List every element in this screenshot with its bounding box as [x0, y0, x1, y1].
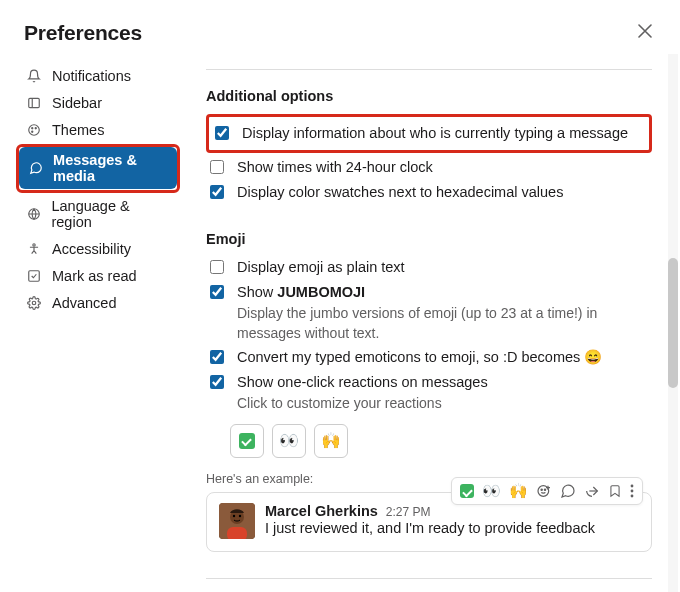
sidebar-item-notifications[interactable]: Notifications [16, 63, 180, 89]
message-author: Marcel Gherkins [265, 503, 378, 519]
bookmark-icon[interactable] [608, 483, 622, 499]
bell-icon [26, 69, 42, 83]
chat-icon [29, 161, 43, 175]
svg-point-9 [32, 301, 36, 305]
section-additional-options: Additional options [206, 88, 652, 104]
checkbox-24h-clock[interactable] [210, 160, 224, 174]
check-emoji-icon [239, 433, 255, 449]
option-label: Display information about who is current… [242, 123, 645, 144]
option-label: Display color swatches next to hexadecim… [237, 182, 652, 203]
svg-point-11 [541, 489, 542, 490]
sidebar-item-label: Messages & media [53, 152, 167, 184]
example-message-card: 👀 🙌 Marcel Gherkins 2:27 PM I just re [206, 492, 652, 552]
option-label: Show JUMBOMOJI [237, 284, 365, 300]
svg-point-15 [631, 494, 634, 497]
add-reaction-icon[interactable] [536, 483, 552, 499]
message-time: 2:27 PM [386, 505, 431, 519]
checkbox-hex-swatches[interactable] [210, 185, 224, 199]
sidebar-item-label: Notifications [52, 68, 131, 84]
option-emoji-plaintext[interactable]: Display emoji as plain text [206, 257, 652, 278]
option-typing-indicator[interactable]: Display information about who is current… [211, 123, 645, 144]
sidebar-item-themes[interactable]: Themes [16, 117, 180, 143]
sidebar-item-accessibility[interactable]: Accessibility [16, 236, 180, 262]
message-hover-toolbar: 👀 🙌 [451, 477, 643, 505]
option-subtext: Click to customize your reactions [237, 394, 652, 414]
sidebar-item-mark-as-read[interactable]: Mark as read [16, 263, 180, 289]
option-label: Convert my typed emoticons to emoji, so … [237, 347, 652, 368]
check-square-icon [26, 269, 42, 283]
reaction-chip-eyes[interactable]: 👀 [272, 424, 306, 458]
svg-rect-0 [29, 98, 40, 107]
sidebar-item-advanced[interactable]: Advanced [16, 290, 180, 316]
checkbox-emoji-plaintext[interactable] [210, 260, 224, 274]
sidebar-item-language-region[interactable]: Language & region [16, 193, 180, 235]
svg-rect-18 [227, 527, 247, 539]
accessibility-icon [26, 242, 42, 256]
svg-point-13 [631, 484, 634, 487]
option-label: Display emoji as plain text [237, 257, 652, 278]
checkbox-typing-indicator[interactable] [215, 126, 229, 140]
raised-hands-emoji-icon: 🙌 [321, 431, 341, 450]
svg-point-5 [32, 131, 33, 132]
sidebar: Notifications Sidebar Themes Messages & … [0, 63, 188, 592]
svg-point-4 [35, 128, 36, 129]
checkbox-oneclick-reactions[interactable] [210, 375, 224, 389]
svg-point-3 [32, 128, 33, 129]
more-icon[interactable] [630, 484, 634, 498]
svg-point-7 [33, 244, 35, 246]
close-button[interactable] [634, 18, 656, 47]
svg-point-20 [239, 515, 241, 517]
reaction-chip-check[interactable] [230, 424, 264, 458]
panel-icon [26, 96, 42, 110]
option-label: Show times with 24-hour clock [237, 157, 652, 178]
scrollbar-track[interactable] [668, 54, 678, 592]
close-icon [638, 24, 652, 38]
svg-point-12 [544, 489, 545, 490]
sidebar-item-label: Mark as read [52, 268, 137, 284]
scrollbar-thumb[interactable] [668, 258, 678, 388]
sidebar-item-label: Advanced [52, 295, 117, 311]
globe-icon [26, 207, 41, 221]
option-convert-emoticons[interactable]: Convert my typed emoticons to emoji, so … [206, 347, 652, 368]
gear-icon [26, 296, 42, 310]
sidebar-item-label: Accessibility [52, 241, 131, 257]
sidebar-item-messages-media[interactable]: Messages & media [19, 147, 177, 189]
svg-point-19 [233, 515, 235, 517]
message-text: I just reviewed it, and I'm ready to pro… [265, 520, 595, 536]
option-label: Show one-click reactions on messages [237, 374, 488, 390]
avatar [219, 503, 255, 539]
checkbox-convert-emoticons[interactable] [210, 350, 224, 364]
thread-icon[interactable] [560, 483, 576, 499]
sidebar-item-sidebar[interactable]: Sidebar [16, 90, 180, 116]
svg-point-14 [631, 489, 634, 492]
checkbox-jumbomoji[interactable] [210, 285, 224, 299]
sidebar-item-label: Language & region [51, 198, 170, 230]
eyes-emoji-icon: 👀 [279, 431, 299, 450]
sidebar-item-label: Themes [52, 122, 104, 138]
reaction-chip-raised-hands[interactable]: 🙌 [314, 424, 348, 458]
option-subtext: Display the jumbo versions of emoji (up … [237, 304, 652, 343]
svg-point-2 [29, 125, 40, 136]
reaction-chips: 👀 🙌 [230, 424, 652, 458]
share-icon[interactable] [584, 483, 600, 499]
toolbar-reaction-check[interactable] [460, 484, 474, 498]
section-emoji: Emoji [206, 231, 652, 247]
toolbar-reaction-raised-hands[interactable]: 🙌 [509, 482, 528, 500]
page-title: Preferences [24, 21, 142, 45]
settings-panel: Additional options Display information a… [188, 63, 680, 592]
option-oneclick-reactions[interactable]: Show one-click reactions on messages Cli… [206, 372, 652, 414]
option-24h-clock[interactable]: Show times with 24-hour clock [206, 157, 652, 178]
toolbar-reaction-eyes[interactable]: 👀 [482, 482, 501, 500]
option-jumbomoji[interactable]: Show JUMBOMOJI Display the jumbo version… [206, 282, 652, 343]
option-hex-swatches[interactable]: Display color swatches next to hexadecim… [206, 182, 652, 203]
svg-rect-8 [29, 271, 40, 282]
check-emoji-icon [460, 484, 474, 498]
palette-icon [26, 123, 42, 137]
sidebar-item-label: Sidebar [52, 95, 102, 111]
